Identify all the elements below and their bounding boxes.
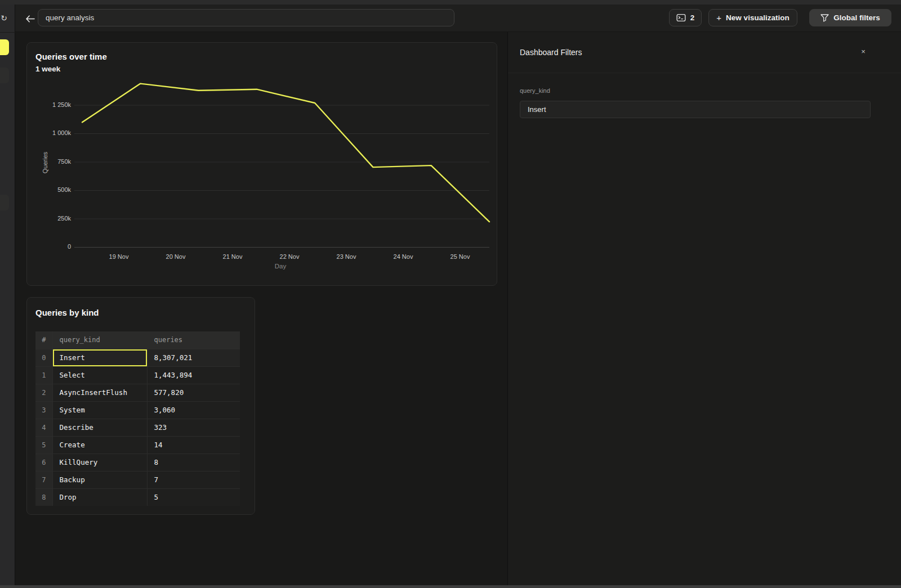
query-kind-cell[interactable]: Describe xyxy=(52,419,147,436)
y-tick-label: 0 xyxy=(27,243,71,250)
query-kind-cell[interactable]: KillQuery xyxy=(52,454,147,471)
new-visualization-label: New visualization xyxy=(726,14,790,22)
table-row: 6KillQuery8 xyxy=(35,454,240,471)
x-axis-title: Day xyxy=(266,263,295,270)
queries-count-cell[interactable]: 7 xyxy=(147,471,240,488)
top-bar: query analysis 2 + New visualization Glo… xyxy=(15,5,901,32)
query-kind-cell[interactable]: Backup xyxy=(52,471,147,488)
column-header-index[interactable]: # xyxy=(35,331,52,349)
terminal-icon xyxy=(676,14,686,22)
rail-item-3[interactable] xyxy=(0,195,9,210)
row-index-cell[interactable]: 6 xyxy=(35,454,52,471)
column-header-queries[interactable]: queries xyxy=(147,331,240,349)
console-count: 2 xyxy=(690,14,695,22)
close-icon[interactable]: × xyxy=(858,47,868,57)
queries-count-cell[interactable]: 323 xyxy=(147,419,240,436)
dashboard-canvas: Queries over time 1 week Queries 0250k50… xyxy=(15,32,507,585)
queries-series-line xyxy=(82,84,489,222)
table-row: 7Backup7 xyxy=(35,471,240,488)
filters-panel-title: Dashboard Filters xyxy=(520,48,582,57)
x-tick-label: 24 Nov xyxy=(386,253,420,260)
query-kind-cell[interactable]: AsyncInsertFlush xyxy=(52,384,147,401)
queries-count-cell[interactable]: 8,307,021 xyxy=(147,349,240,366)
y-tick-label: 1 000k xyxy=(27,129,71,136)
rail-divider xyxy=(0,32,15,33)
table-row: 2AsyncInsertFlush577,820 xyxy=(35,384,240,401)
row-index-cell[interactable]: 3 xyxy=(35,401,52,419)
rail-item-active[interactable] xyxy=(0,39,9,55)
table-title: Queries by kind xyxy=(35,308,99,317)
table-row: 8Drop5 xyxy=(35,488,240,506)
x-tick-label: 21 Nov xyxy=(216,253,249,260)
queries-count-cell[interactable]: 3,060 xyxy=(147,401,240,419)
row-index-cell[interactable]: 0 xyxy=(35,349,52,366)
filter-query-kind-input[interactable]: Insert xyxy=(520,101,871,118)
queries-count-cell[interactable]: 1,443,894 xyxy=(147,366,240,384)
y-tick-label: 1 250k xyxy=(27,101,71,108)
gridlines xyxy=(74,105,489,248)
table-row: 1Select1,443,894 xyxy=(35,366,240,384)
column-header-query-kind[interactable]: query_kind xyxy=(52,331,147,349)
row-index-cell[interactable]: 2 xyxy=(35,384,52,401)
x-tick-label: 23 Nov xyxy=(329,253,363,260)
dashboard-title-input[interactable]: query analysis xyxy=(38,9,454,26)
arrow-left-icon xyxy=(25,15,35,23)
row-index-cell[interactable]: 8 xyxy=(35,488,52,506)
sql-console-button[interactable]: 2 xyxy=(669,9,702,26)
queries-count-cell[interactable]: 577,820 xyxy=(147,384,240,401)
window-top-strip xyxy=(0,0,901,5)
sidebar-rail: ↻ xyxy=(0,5,15,585)
queries-count-cell[interactable]: 5 xyxy=(147,488,240,506)
filter-field-label: query_kind xyxy=(520,87,550,94)
funnel-icon xyxy=(820,14,829,22)
refresh-icon[interactable]: ↻ xyxy=(0,12,10,24)
global-filters-button[interactable]: Global filters xyxy=(809,9,891,26)
y-tick-label: 250k xyxy=(27,215,71,222)
table-header-row: # query_kind queries xyxy=(35,331,240,349)
rail-item-2[interactable] xyxy=(0,68,9,83)
x-tick-label: 19 Nov xyxy=(102,253,136,260)
y-tick-label: 500k xyxy=(27,186,71,193)
queries-by-kind-card: Queries by kind # query_kind queries 0In… xyxy=(26,297,255,515)
query-kind-cell-selected[interactable]: Insert xyxy=(52,349,147,366)
queries-over-time-card: Queries over time 1 week Queries 0250k50… xyxy=(26,42,497,286)
table-row: 3System3,060 xyxy=(35,401,240,419)
filters-panel-header: Dashboard Filters × xyxy=(508,32,901,73)
window-bottom-strip xyxy=(0,585,901,588)
back-button[interactable] xyxy=(23,11,37,26)
table-row: 4Describe323 xyxy=(35,419,240,436)
y-tick-label: 750k xyxy=(27,158,71,165)
global-filters-label: Global filters xyxy=(833,14,880,22)
x-tick-label: 25 Nov xyxy=(443,253,477,260)
row-index-cell[interactable]: 4 xyxy=(35,419,52,436)
row-index-cell[interactable]: 5 xyxy=(35,436,52,454)
chart-title: Queries over time xyxy=(35,52,107,61)
line-chart-plot xyxy=(74,79,489,251)
dashboard-filters-panel: Dashboard Filters × query_kind Insert xyxy=(507,32,901,585)
plus-icon: + xyxy=(716,13,721,23)
row-index-cell[interactable]: 1 xyxy=(35,366,52,384)
table-row: 0Insert8,307,021 xyxy=(35,349,240,366)
queries-count-cell[interactable]: 14 xyxy=(147,436,240,454)
chart-subtitle: 1 week xyxy=(35,65,60,73)
x-tick-label: 20 Nov xyxy=(159,253,193,260)
new-visualization-button[interactable]: + New visualization xyxy=(708,9,797,26)
table-row: 5Create14 xyxy=(35,436,240,454)
queries-count-cell[interactable]: 8 xyxy=(147,454,240,471)
query-kind-cell[interactable]: Drop xyxy=(52,488,147,506)
row-index-cell[interactable]: 7 xyxy=(35,471,52,488)
x-tick-label: 22 Nov xyxy=(273,253,306,260)
query-kind-cell[interactable]: System xyxy=(52,401,147,419)
query-kind-cell[interactable]: Create xyxy=(52,436,147,454)
query-kind-cell[interactable]: Select xyxy=(52,366,147,384)
queries-by-kind-table: # query_kind queries 0Insert8,307,0211Se… xyxy=(35,331,240,506)
